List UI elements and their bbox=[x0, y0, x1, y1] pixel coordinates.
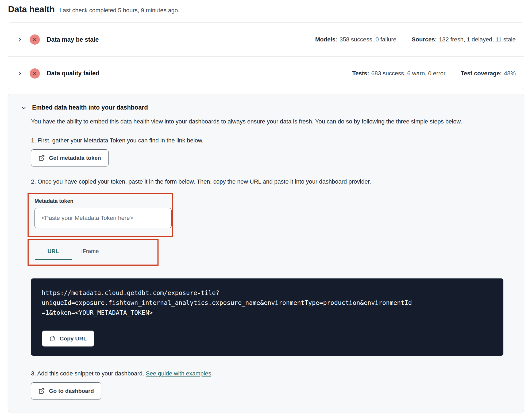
metadata-token-input[interactable] bbox=[34, 208, 172, 228]
status-card: Data may be stale Models: 358 success, 0… bbox=[8, 22, 524, 90]
status-row-metrics: Tests: 683 success, 6 warn, 0 error Test… bbox=[352, 68, 516, 79]
copy-url-button[interactable]: Copy URL bbox=[42, 331, 94, 347]
step3-prefix: 3. Add this code snippet to your dashboa… bbox=[31, 370, 146, 377]
embed-section-title: Embed data health into your dashboard bbox=[32, 104, 148, 111]
tab-iframe[interactable]: iFrame bbox=[72, 243, 109, 260]
see-guide-link[interactable]: See guide with examples bbox=[146, 370, 211, 377]
metric-label: Models: bbox=[315, 36, 337, 43]
go-to-dashboard-button[interactable]: Go to dashboard bbox=[31, 382, 101, 399]
status-row-title: Data quality failed bbox=[47, 70, 99, 77]
page-title: Data health bbox=[8, 4, 55, 14]
embed-url-code-block: https://metadata.cloud.getdbt.com/exposu… bbox=[31, 278, 503, 356]
metric-value: 358 success, 0 failure bbox=[340, 36, 396, 43]
step3-text: 3. Add this code snippet to your dashboa… bbox=[31, 370, 513, 377]
status-row-stale[interactable]: Data may be stale Models: 358 success, 0… bbox=[8, 23, 524, 56]
metric-value: 132 fresh, 1 delayed, 11 stale bbox=[439, 36, 516, 43]
metadata-token-label: Metadata token bbox=[34, 198, 172, 204]
chevron-right-icon[interactable] bbox=[16, 36, 23, 43]
tab-bar: URL iFrame bbox=[31, 243, 503, 260]
external-link-icon bbox=[38, 155, 45, 161]
embed-url-text: https://metadata.cloud.getdbt.com/exposu… bbox=[42, 288, 493, 318]
get-metadata-token-label: Get metadata token bbox=[49, 155, 101, 161]
step3-suffix: . bbox=[211, 370, 213, 377]
embed-section-header[interactable]: Embed data health into your dashboard bbox=[20, 104, 513, 111]
embed-section-content: You have the ability to embed this data … bbox=[31, 117, 513, 399]
embed-section-card: Embed data health into your dashboard Yo… bbox=[8, 94, 524, 412]
get-metadata-token-button[interactable]: Get metadata token bbox=[31, 149, 109, 166]
status-row-title: Data may be stale bbox=[47, 36, 99, 43]
chevron-down-icon[interactable] bbox=[20, 104, 27, 111]
step1-text: 1. First, gather your Metadata Token you… bbox=[31, 137, 513, 144]
metric-label: Test coverage: bbox=[461, 70, 502, 77]
metric-value: 48% bbox=[504, 70, 516, 77]
page-header: Data health Last check completed 5 hours… bbox=[8, 4, 524, 14]
last-check-status: Last check completed 5 hours, 9 minutes … bbox=[60, 7, 180, 14]
metric-divider bbox=[453, 68, 453, 79]
metric-label: Sources: bbox=[412, 36, 437, 43]
copy-icon bbox=[49, 335, 56, 342]
status-row-quality[interactable]: Data quality failed Tests: 683 success, … bbox=[8, 56, 524, 90]
external-link-icon bbox=[38, 388, 45, 394]
status-row-metrics: Models: 358 success, 0 failure Sources: … bbox=[315, 34, 516, 45]
embed-output-tabs: URL iFrame bbox=[31, 241, 513, 269]
error-status-icon bbox=[30, 34, 40, 45]
go-to-dashboard-label: Go to dashboard bbox=[49, 388, 94, 394]
embed-description: You have the ability to embed this data … bbox=[31, 117, 504, 126]
data-health-page: Data health Last check completed 5 hours… bbox=[0, 0, 532, 412]
metric-value: 683 success, 6 warn, 0 error bbox=[371, 70, 446, 77]
metric-label: Tests: bbox=[352, 70, 369, 77]
metric-divider bbox=[404, 34, 404, 45]
chevron-right-icon[interactable] bbox=[16, 70, 23, 77]
error-status-icon bbox=[30, 68, 40, 79]
step2-text: 2. Once you have copied your token, past… bbox=[31, 178, 513, 185]
annotation-box-token: Metadata token bbox=[28, 193, 173, 237]
tab-url[interactable]: URL bbox=[35, 243, 72, 260]
copy-url-label: Copy URL bbox=[60, 335, 87, 342]
